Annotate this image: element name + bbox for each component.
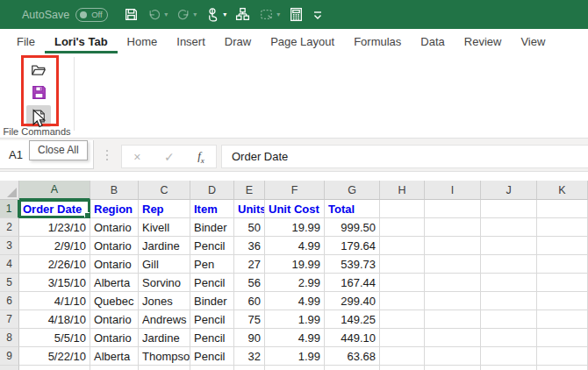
column-header-g[interactable]: G — [325, 181, 380, 200]
cell-H5[interactable] — [380, 274, 425, 292]
cell-E7[interactable]: 75 — [234, 310, 265, 329]
cell-H9[interactable] — [380, 347, 425, 366]
save-button[interactable] — [119, 4, 143, 26]
cell-B5[interactable]: Alberta — [90, 274, 139, 292]
cell-F3[interactable]: 4.99 — [265, 237, 325, 255]
cell-A6[interactable]: 4/1/10 — [19, 292, 90, 310]
cell-F6[interactable]: 4.99 — [265, 292, 325, 310]
tab-draw[interactable]: Draw — [215, 29, 261, 53]
cell-H2[interactable] — [380, 218, 425, 237]
undo-button[interactable]: ▾ — [143, 4, 172, 26]
cell-C2[interactable]: Kivell — [139, 218, 190, 237]
cell-D1[interactable]: Item — [190, 200, 234, 218]
cell-B1[interactable]: Region — [90, 200, 139, 218]
tab-lori-s-tab[interactable]: Lori's Tab — [45, 29, 118, 53]
cell-G9[interactable]: 63.68 — [325, 347, 380, 366]
cell-A7[interactable]: 4/18/10 — [19, 310, 90, 329]
cell-D6[interactable]: Binder — [190, 292, 234, 310]
column-header-c[interactable]: C — [139, 181, 190, 200]
open-button[interactable] — [26, 58, 51, 80]
cell-C5[interactable]: Sorvino — [139, 274, 190, 292]
cell-B9[interactable]: Alberta — [90, 347, 139, 366]
cell-C1[interactable]: Rep — [139, 200, 190, 218]
cell-I5[interactable] — [425, 274, 481, 292]
cell-K3[interactable] — [537, 237, 588, 255]
tab-formulas[interactable]: Formulas — [344, 29, 411, 53]
formula-bar-resize-handle[interactable] — [106, 154, 108, 156]
cell-A5[interactable]: 3/15/10 — [19, 274, 90, 292]
cell-G5[interactable]: 167.44 — [325, 274, 380, 292]
tab-data[interactable]: Data — [411, 29, 454, 53]
row-header-2[interactable]: 2 — [0, 218, 19, 237]
cell-J9[interactable] — [481, 347, 537, 366]
select-all-corner[interactable] — [0, 181, 19, 200]
cell-H3[interactable] — [380, 237, 425, 255]
cell-A3[interactable]: 2/9/10 — [19, 237, 90, 255]
tab-page-layout[interactable]: Page Layout — [261, 29, 344, 53]
row-header-8[interactable]: 8 — [0, 329, 19, 347]
cell-I2[interactable] — [425, 218, 481, 237]
tab-insert[interactable]: Insert — [167, 29, 215, 53]
cell-A9[interactable]: 5/22/10 — [19, 347, 90, 366]
cell-D4[interactable]: Pen — [190, 255, 234, 274]
cell-G8[interactable]: 449.10 — [325, 329, 380, 347]
cell-F1[interactable]: Unit Cost — [265, 200, 325, 218]
column-header-k[interactable]: K — [537, 181, 588, 200]
calculator-button[interactable] — [284, 4, 308, 26]
cell-D3[interactable]: Pencil — [190, 237, 234, 255]
cell-C8[interactable]: Jardine — [139, 329, 190, 347]
cell-G10[interactable] — [325, 366, 380, 370]
cell-E8[interactable]: 90 — [234, 329, 265, 347]
cell-J1[interactable] — [481, 200, 537, 218]
cell-B2[interactable]: Ontario — [90, 218, 139, 237]
tab-review[interactable]: Review — [455, 29, 512, 53]
cell-G7[interactable]: 149.25 — [325, 310, 380, 329]
cell-A10[interactable] — [19, 366, 90, 370]
column-header-f[interactable]: F — [265, 181, 325, 200]
cell-K9[interactable] — [537, 347, 588, 366]
cell-H10[interactable] — [380, 366, 425, 370]
cell-B7[interactable]: Ontario — [90, 310, 139, 329]
cell-J3[interactable] — [481, 237, 537, 255]
column-header-e[interactable]: E — [234, 181, 265, 200]
touch-mode-dropdown-icon[interactable]: ▾ — [223, 11, 226, 18]
cell-K6[interactable] — [537, 292, 588, 310]
autosave-toggle[interactable]: Off — [75, 8, 108, 22]
cell-F5[interactable]: 2.99 — [265, 274, 325, 292]
cell-K10[interactable] — [537, 366, 588, 370]
insert-function-button[interactable]: fx — [197, 149, 204, 165]
cell-D9[interactable]: Pencil — [190, 347, 234, 366]
cell-J5[interactable] — [481, 274, 537, 292]
cell-J7[interactable] — [481, 310, 537, 329]
cell-I6[interactable] — [425, 292, 481, 310]
cell-H4[interactable] — [380, 255, 425, 274]
cell-F2[interactable]: 19.99 — [265, 218, 325, 237]
cell-B10[interactable] — [90, 366, 139, 370]
cell-H7[interactable] — [380, 310, 425, 329]
cell-D5[interactable]: Pencil — [190, 274, 234, 292]
cell-H1[interactable] — [380, 200, 425, 218]
tab-file[interactable]: File — [7, 29, 45, 53]
cell-E4[interactable]: 27 — [234, 255, 265, 274]
cell-K7[interactable] — [537, 310, 588, 329]
ink-select-dropdown-icon[interactable]: ▾ — [276, 11, 280, 18]
cell-I9[interactable] — [425, 347, 481, 366]
column-header-a[interactable]: A — [19, 181, 90, 200]
cell-E9[interactable]: 32 — [234, 347, 265, 366]
cell-F10[interactable] — [265, 366, 325, 370]
column-header-d[interactable]: D — [190, 181, 234, 200]
cell-F9[interactable]: 1.99 — [265, 347, 325, 366]
cell-D7[interactable]: Pencil — [190, 310, 234, 329]
row-header-4[interactable]: 4 — [0, 255, 19, 274]
cell-J10[interactable] — [481, 366, 537, 370]
autosave-control[interactable]: AutoSave Off — [22, 8, 108, 22]
cell-D10[interactable] — [190, 366, 234, 370]
cell-E6[interactable]: 60 — [234, 292, 265, 310]
cell-I8[interactable] — [425, 329, 481, 347]
cell-I10[interactable] — [425, 366, 481, 370]
cell-G1[interactable]: Total — [325, 200, 380, 218]
cell-K2[interactable] — [537, 218, 588, 237]
touch-mode-button[interactable]: ▾ — [201, 4, 231, 26]
cell-I4[interactable] — [425, 255, 481, 274]
cell-B8[interactable]: Ontario — [90, 329, 139, 347]
